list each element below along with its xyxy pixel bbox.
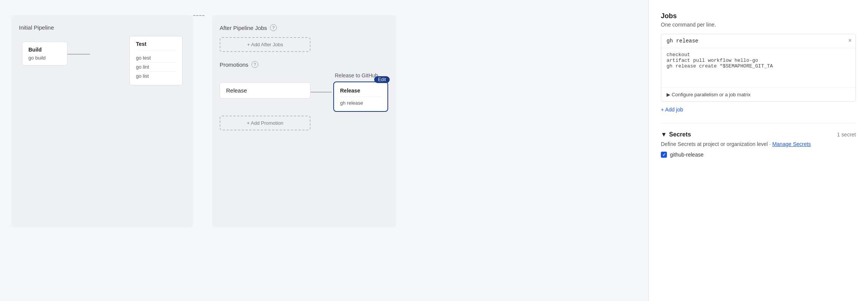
add-job-link[interactable]: + Add job [661,107,683,113]
promo-connector-line [311,92,332,92]
code-editor-wrapper: × gh release checkout artifact pull work… [661,34,856,102]
code-editor-textarea[interactable]: checkout artifact pull workflow hello-go… [661,48,856,86]
build-block-cmd: go build [28,55,61,61]
after-pipeline-section: After Pipeline Jobs ? + Add After Jobs P… [212,15,396,227]
secrets-count: 1 secret [837,132,856,138]
right-panel: Jobs One command per line. × gh release … [648,0,868,301]
secrets-section: ▼ Secrets 1 secret Define Secrets at pro… [661,123,856,158]
after-pipeline-help-icon[interactable]: ? [270,24,277,31]
build-block[interactable]: Build go build [22,42,67,66]
add-after-jobs-button[interactable]: + Add After Jobs [220,37,311,52]
jobs-subtitle: One command per line. [661,22,856,28]
secrets-desc: Define Secrets at project or organizatio… [661,141,856,147]
edit-badge[interactable]: Edit [374,76,390,83]
release-github-outer: Release to GitHub Edit Release gh releas… [333,72,388,112]
manage-secrets-link[interactable]: Manage Secrets [772,141,811,147]
test-cmd-1: go test [136,53,176,63]
section-connector [193,15,205,16]
release-block[interactable]: Release gh release [333,82,388,112]
build-block-title: Build [28,47,61,53]
secrets-title: ▼ Secrets [661,131,691,138]
release-promo-wrapper: Release [220,82,311,102]
secret-item-github-release: github-release [661,152,856,158]
code-first-line: gh release [661,34,856,48]
after-section-header: After Pipeline Jobs ? [220,24,388,31]
promotions-text: Promotions [220,61,248,68]
jobs-title: Jobs [661,12,856,20]
secret-name: github-release [670,152,704,158]
test-block[interactable]: Test go test go lint go list [130,36,183,85]
test-cmd-2: go lint [136,63,176,72]
secrets-toggle-icon[interactable]: ▼ [661,131,667,138]
test-block-title: Test [136,41,176,50]
add-promotion-button[interactable]: + Add Promotion [220,116,311,130]
release-block-title: Release [340,88,381,97]
promotions-label: Promotions ? [220,61,388,68]
configure-parallelism[interactable]: ▶ Configure parallelism or a job matrix [661,88,856,101]
initial-pipeline-label: Initial Pipeline [19,24,186,31]
test-cmd-3: go list [136,72,176,80]
initial-pipeline-section: Initial Pipeline Build go build Test go … [11,15,193,227]
build-test-connector [67,54,90,55]
after-pipeline-label: After Pipeline Jobs [220,25,267,31]
test-cmd-list: go test go lint go list [136,53,176,80]
secret-checkbox[interactable] [661,152,667,158]
release-block-cmd: gh release [340,100,381,106]
promotions-block-row: Release Release to GitHub Edit Release g… [220,72,388,112]
close-button[interactable]: × [848,37,852,44]
secrets-header: ▼ Secrets 1 secret [661,131,856,138]
dashed-line [193,15,205,16]
jobs-section: Jobs One command per line. × gh release … [661,12,856,123]
release-promotion-item[interactable]: Release [220,82,311,99]
release-block-wrapper: Edit Release gh release [333,82,388,112]
secrets-title-text: Secrets [669,131,691,138]
promotions-help-icon[interactable]: ? [251,61,258,68]
